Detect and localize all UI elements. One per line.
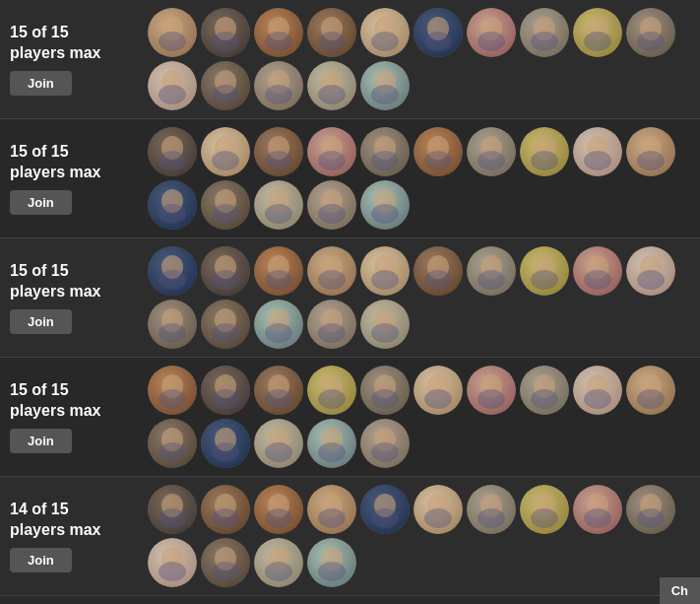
avatar-3-10 [626, 246, 675, 296]
svg-point-212 [159, 562, 186, 581]
svg-point-119 [637, 270, 665, 290]
svg-point-26 [584, 32, 611, 51]
avatar-2-7 [467, 127, 516, 176]
join-button-2[interactable]: Join [10, 190, 72, 215]
svg-point-53 [265, 151, 292, 170]
avatar-1-14 [307, 61, 356, 110]
svg-point-80 [212, 204, 239, 224]
svg-point-29 [637, 32, 665, 51]
avatars-grid-3 [148, 246, 690, 349]
svg-point-170 [212, 442, 239, 462]
avatar-4-12 [201, 419, 250, 468]
svg-point-197 [424, 508, 452, 528]
avatar-3-14 [307, 300, 356, 349]
avatar-5-12 [201, 538, 250, 587]
svg-point-182 [159, 508, 186, 528]
svg-point-194 [371, 508, 399, 528]
join-button-5[interactable]: Join [10, 548, 72, 572]
avatar-4-13 [254, 419, 303, 468]
avatar-4-14 [307, 419, 356, 468]
svg-point-113 [531, 270, 558, 290]
svg-point-128 [265, 323, 292, 343]
svg-point-8 [265, 32, 292, 51]
svg-point-74 [637, 151, 665, 170]
server-row-1: 15 of 15 players maxJoin [0, 0, 700, 119]
avatar-3-6 [414, 246, 463, 296]
svg-point-173 [265, 442, 292, 462]
svg-point-158 [531, 389, 558, 409]
svg-point-110 [477, 270, 505, 290]
svg-point-164 [637, 389, 665, 409]
player-count-5: 14 of 15 players max [10, 500, 101, 541]
avatar-5-6 [414, 485, 463, 534]
avatar-4-5 [360, 366, 410, 415]
avatars-grid-5 [148, 485, 690, 587]
svg-point-188 [265, 508, 292, 528]
avatar-5-9 [573, 485, 622, 534]
avatar-2-15 [360, 180, 410, 230]
avatar-1-7 [467, 8, 516, 57]
svg-point-17 [424, 32, 452, 51]
avatar-2-11 [148, 180, 197, 230]
join-button-4[interactable]: Join [10, 429, 72, 453]
svg-point-143 [265, 389, 292, 409]
svg-point-98 [265, 270, 292, 290]
avatar-3-13 [254, 300, 303, 349]
avatar-2-12 [201, 180, 250, 230]
avatar-2-3 [254, 127, 303, 176]
avatar-1-4 [307, 8, 356, 57]
avatar-1-10 [626, 8, 675, 57]
svg-point-89 [371, 204, 399, 224]
avatar-5-14 [307, 538, 356, 587]
server-list: 15 of 15 players maxJoin [0, 0, 700, 604]
avatar-5-8 [520, 485, 569, 534]
avatar-2-2 [201, 127, 250, 176]
svg-point-176 [318, 442, 346, 462]
svg-point-206 [584, 508, 611, 528]
avatar-5-13 [254, 538, 303, 587]
avatar-4-8 [520, 366, 569, 415]
avatar-5-4 [307, 485, 356, 534]
svg-point-32 [159, 85, 186, 104]
avatar-3-8 [520, 246, 569, 296]
svg-point-44 [371, 85, 399, 104]
chat-button[interactable]: Ch [660, 577, 700, 604]
svg-point-221 [318, 562, 346, 581]
svg-point-62 [424, 151, 452, 170]
server-row-2: 15 of 15 players maxJoin [0, 119, 700, 238]
svg-point-83 [265, 204, 292, 224]
avatar-1-15 [360, 61, 410, 110]
svg-point-200 [477, 508, 505, 528]
svg-point-38 [265, 85, 292, 104]
avatar-1-2 [201, 8, 250, 57]
svg-point-116 [584, 270, 611, 290]
avatar-4-7 [467, 366, 516, 415]
avatar-3-2 [201, 246, 250, 296]
svg-point-137 [159, 389, 186, 409]
svg-point-86 [318, 204, 346, 224]
svg-point-161 [584, 389, 611, 409]
svg-point-149 [371, 389, 399, 409]
avatar-2-8 [520, 127, 569, 176]
avatar-1-1 [148, 8, 197, 57]
join-button-1[interactable]: Join [10, 71, 72, 96]
avatar-4-9 [573, 366, 622, 415]
player-count-4: 15 of 15 players max [10, 380, 101, 422]
svg-point-218 [265, 562, 292, 581]
avatar-4-15 [360, 419, 410, 468]
svg-point-179 [371, 442, 399, 462]
avatar-2-1 [148, 127, 197, 176]
svg-point-101 [318, 270, 346, 290]
player-count-3: 15 of 15 players max [10, 261, 101, 302]
avatars-grid-4 [148, 366, 690, 468]
avatar-5-10 [626, 485, 675, 534]
avatar-5-2 [201, 485, 250, 534]
join-button-3[interactable]: Join [10, 309, 72, 334]
server-info-1: 15 of 15 players maxJoin [10, 23, 148, 97]
avatar-2-14 [307, 180, 356, 230]
avatars-grid-2 [148, 127, 690, 230]
avatar-3-7 [467, 246, 516, 296]
avatar-1-6 [414, 8, 463, 57]
avatar-1-3 [254, 8, 303, 57]
svg-point-104 [371, 270, 399, 290]
